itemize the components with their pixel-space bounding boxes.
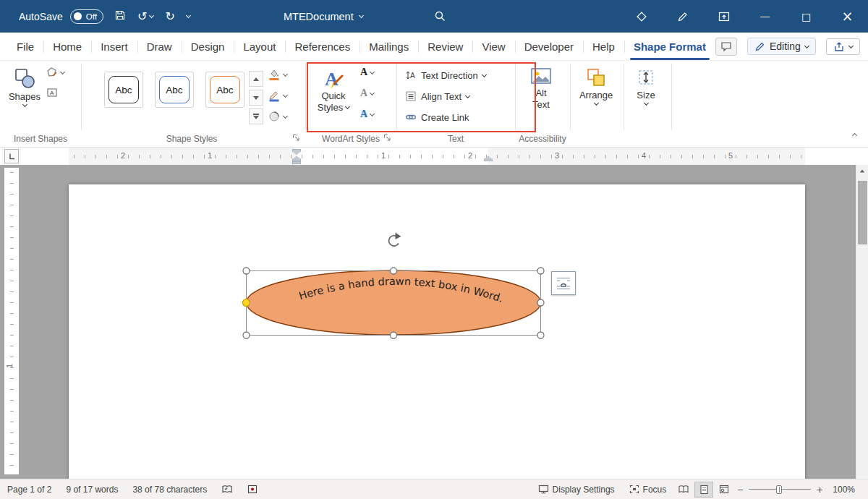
text-group-label: Text xyxy=(396,134,515,144)
create-link-icon xyxy=(405,111,417,123)
comment-icon xyxy=(720,41,732,52)
tab-review[interactable]: Review xyxy=(418,33,472,60)
document-title: MTEDocument xyxy=(284,11,354,22)
shape-style-preview-2[interactable]: Abc xyxy=(155,72,194,108)
editing-mode-button[interactable]: Editing xyxy=(747,38,816,55)
shape-outline-button[interactable] xyxy=(268,89,287,102)
layout-options-button[interactable] xyxy=(551,271,576,295)
style-gallery-more-button[interactable] xyxy=(249,108,263,124)
zoom-out-button[interactable]: − xyxy=(734,484,746,495)
size-label: Size xyxy=(637,90,655,101)
alt-text-button[interactable]: Alt Text xyxy=(518,64,564,109)
zoom-level-button[interactable]: 100% xyxy=(825,479,862,499)
collapse-ribbon-button[interactable] xyxy=(852,133,857,138)
text-direction-button[interactable]: A Text Direction xyxy=(405,69,486,81)
shape-styles-dialog-launcher[interactable] xyxy=(292,134,300,142)
scrollbar-up-button[interactable] xyxy=(856,165,868,177)
undo-dropdown-chevron-icon[interactable] xyxy=(149,13,154,18)
zoom-in-button[interactable]: + xyxy=(814,484,825,495)
editing-label: Editing xyxy=(770,40,801,52)
text-outline-button[interactable]: A xyxy=(360,89,374,98)
pen-icon xyxy=(677,11,689,22)
align-text-button[interactable]: Align Text xyxy=(405,90,469,102)
document-canvas xyxy=(0,165,868,479)
ribbon-display-options-button[interactable] xyxy=(703,0,744,33)
document-title-button[interactable]: MTEDocument xyxy=(284,0,363,33)
ruler-number: 3 xyxy=(555,151,559,160)
word-window: AutoSave Off ↺ ↻ MTEDocument xyxy=(0,0,868,499)
shape-style-preview-1[interactable]: Abc xyxy=(104,72,143,108)
create-link-button[interactable]: Create Link xyxy=(405,111,469,123)
tab-shape-format[interactable]: Shape Format xyxy=(624,33,715,60)
vertical-scrollbar[interactable] xyxy=(856,165,868,479)
tab-help[interactable]: Help xyxy=(583,33,624,60)
text-fill-button[interactable]: A xyxy=(360,68,374,77)
save-button[interactable] xyxy=(114,9,126,24)
proofing-status-button[interactable] xyxy=(214,479,240,499)
quick-styles-button[interactable]: A Quick Styles xyxy=(312,64,354,112)
shape-fill-button[interactable] xyxy=(268,68,287,81)
macro-record-button[interactable] xyxy=(240,479,265,499)
style-gallery-up-button[interactable] xyxy=(249,71,263,87)
shapes-button[interactable]: Shapes xyxy=(6,64,43,106)
wordart-styles-dialog-launcher[interactable] xyxy=(383,134,391,142)
undo-button[interactable]: ↺ xyxy=(137,11,153,22)
text-direction-chevron-icon xyxy=(482,72,487,77)
word-count[interactable]: 9 of 17 words xyxy=(59,479,125,499)
arrange-icon xyxy=(586,67,606,88)
tab-mailings[interactable]: Mailings xyxy=(359,33,418,60)
document-page[interactable] xyxy=(69,184,805,479)
size-button[interactable]: Size xyxy=(626,64,665,105)
ruler-number: 1 xyxy=(208,151,212,160)
tab-design[interactable]: Design xyxy=(182,33,234,60)
focus-button[interactable]: Focus xyxy=(622,479,674,499)
text-direction-icon: A xyxy=(405,69,417,81)
quick-access-customize-chevron-icon[interactable] xyxy=(186,13,191,18)
pencil-icon xyxy=(754,41,765,52)
minimize-button[interactable]: — xyxy=(744,0,786,33)
web-layout-button[interactable] xyxy=(715,482,733,498)
read-mode-icon xyxy=(678,485,689,494)
shape-style-preview-3[interactable]: Abc xyxy=(205,72,244,108)
page-indicator[interactable]: Page 1 of 2 xyxy=(0,479,59,499)
shape-effects-button[interactable] xyxy=(268,110,287,123)
tab-layout[interactable]: Layout xyxy=(234,33,285,60)
character-count[interactable]: 38 of 78 characters xyxy=(125,479,214,499)
quick-styles-chevron-icon xyxy=(345,104,350,109)
redo-button[interactable]: ↻ xyxy=(165,10,174,23)
close-button[interactable]: × xyxy=(827,0,868,33)
diamond-button[interactable] xyxy=(621,0,662,33)
ruler-number: 2 xyxy=(468,151,472,160)
redo-icon: ↻ xyxy=(165,9,174,23)
tab-draw[interactable]: Draw xyxy=(137,33,182,60)
tab-developer[interactable]: Developer xyxy=(515,33,583,60)
align-text-icon xyxy=(405,90,417,102)
autosave-state-label: Off xyxy=(86,12,97,21)
print-layout-button[interactable] xyxy=(694,482,713,498)
tab-insert[interactable]: Insert xyxy=(91,33,137,60)
display-settings-label: Display Settings xyxy=(553,485,615,495)
left-tab-icon xyxy=(7,152,16,161)
search-button[interactable] xyxy=(434,0,446,33)
arrange-button[interactable]: Arrange xyxy=(574,64,618,105)
tab-references[interactable]: References xyxy=(285,33,359,60)
read-mode-button[interactable] xyxy=(674,482,693,498)
comments-button[interactable] xyxy=(715,38,737,56)
display-settings-button[interactable]: Display Settings xyxy=(531,479,622,499)
scrollbar-thumb[interactable] xyxy=(858,181,867,244)
text-effects-button[interactable]: A xyxy=(360,110,374,119)
tab-view[interactable]: View xyxy=(472,33,514,60)
share-button[interactable] xyxy=(826,38,860,55)
zoom-slider[interactable] xyxy=(749,485,811,495)
left-indent-marker[interactable] xyxy=(292,161,301,164)
style-gallery-down-button[interactable] xyxy=(249,90,263,106)
ink-pen-button[interactable] xyxy=(662,0,703,33)
draw-text-box-button[interactable]: A xyxy=(46,87,58,98)
tab-file[interactable]: File xyxy=(7,33,43,60)
autosave-toggle[interactable]: Off xyxy=(70,9,103,24)
maximize-button[interactable]: □ xyxy=(786,0,827,33)
tab-selector[interactable] xyxy=(4,149,19,163)
zoom-slider-handle[interactable] xyxy=(776,485,782,494)
tab-home[interactable]: Home xyxy=(43,33,91,60)
edit-shape-button[interactable] xyxy=(46,67,64,78)
